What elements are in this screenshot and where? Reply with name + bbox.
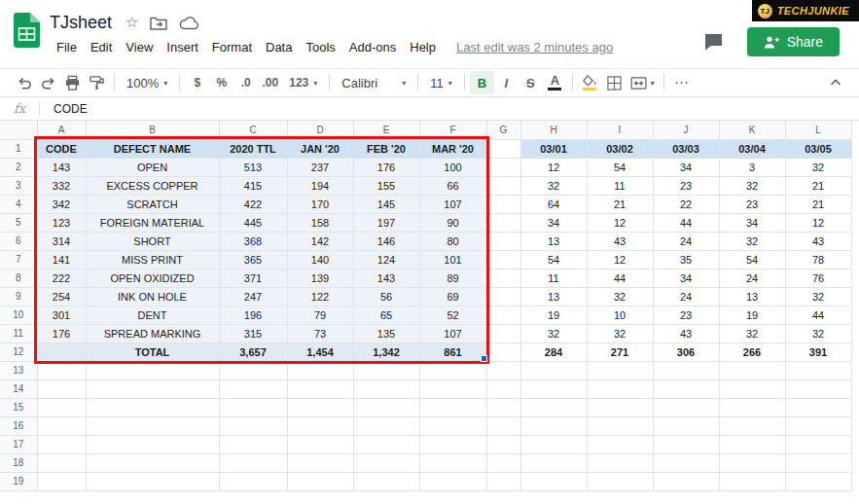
cell-L1[interactable]: 03/05	[785, 139, 851, 158]
column-header-A[interactable]: A	[37, 121, 86, 139]
decrease-decimal-button[interactable]: .0	[233, 71, 258, 94]
cell-D18[interactable]	[287, 453, 353, 472]
column-header-J[interactable]: J	[653, 121, 719, 139]
cell-I4[interactable]: 21	[587, 195, 653, 213]
column-header-F[interactable]: F	[419, 121, 486, 139]
cell-L13[interactable]	[785, 361, 851, 379]
cell-F3[interactable]: 66	[419, 176, 486, 195]
cell-K7[interactable]: 54	[719, 250, 785, 269]
cell-E19[interactable]	[353, 472, 419, 490]
cell-G7[interactable]	[486, 250, 520, 269]
column-header-H[interactable]: H	[520, 121, 587, 139]
select-all-corner[interactable]	[0, 121, 37, 139]
column-header-D[interactable]: D	[287, 121, 353, 139]
cell-E6[interactable]: 146	[353, 232, 419, 250]
cell-I6[interactable]: 43	[587, 232, 653, 250]
cell-D15[interactable]	[287, 398, 353, 416]
cell-H7[interactable]: 54	[520, 250, 587, 269]
collapse-toolbar-icon[interactable]	[823, 71, 847, 94]
cell-A5[interactable]: 123	[37, 213, 86, 232]
cell-H19[interactable]	[520, 472, 587, 490]
cell-I12[interactable]: 271	[587, 342, 653, 361]
redo-icon[interactable]	[36, 71, 60, 94]
comments-icon[interactable]	[703, 32, 724, 52]
column-header-E[interactable]: E	[353, 121, 419, 139]
column-header-I[interactable]: I	[587, 121, 653, 139]
cell-A7[interactable]: 141	[37, 250, 86, 269]
cell-L9[interactable]: 32	[785, 287, 851, 306]
cell-F16[interactable]	[419, 416, 486, 435]
cell-K13[interactable]	[719, 361, 785, 379]
menu-add-ons[interactable]: Add-ons	[342, 38, 403, 56]
cell-H1[interactable]: 03/01	[520, 139, 587, 158]
format-currency-button[interactable]: $	[185, 71, 209, 94]
cell-F13[interactable]	[419, 361, 486, 379]
cell-E8[interactable]: 143	[353, 269, 419, 287]
row-header-3[interactable]: 3	[0, 176, 37, 195]
cell-B16[interactable]	[86, 416, 219, 435]
cell-J10[interactable]: 23	[653, 306, 719, 324]
row-header-10[interactable]: 10	[0, 306, 37, 324]
cell-I7[interactable]: 12	[587, 250, 653, 269]
cell-J18[interactable]	[653, 453, 719, 472]
row-header-16[interactable]: 16	[0, 416, 37, 435]
cell-E5[interactable]: 197	[353, 213, 419, 232]
cell-F9[interactable]: 69	[419, 287, 486, 306]
font-size-dropdown[interactable]: 11 ▾	[423, 71, 459, 94]
cell-E14[interactable]	[353, 379, 419, 398]
cell-C12[interactable]: 3,657	[219, 342, 287, 361]
cell-D11[interactable]: 73	[287, 324, 353, 342]
cell-H8[interactable]: 11	[520, 269, 587, 287]
cell-K18[interactable]	[719, 453, 785, 472]
cell-C10[interactable]: 196	[219, 306, 287, 324]
cell-A19[interactable]	[37, 472, 86, 490]
cell-I11[interactable]: 32	[587, 324, 653, 342]
menu-tools[interactable]: Tools	[299, 38, 341, 56]
cell-I1[interactable]: 03/02	[587, 139, 653, 158]
cell-J7[interactable]: 35	[653, 250, 719, 269]
borders-button[interactable]	[602, 71, 626, 94]
cell-K10[interactable]: 19	[719, 306, 785, 324]
cell-B10[interactable]: DENT	[86, 306, 219, 324]
cell-H12[interactable]: 284	[520, 342, 587, 361]
cell-F8[interactable]: 89	[419, 269, 486, 287]
cell-L6[interactable]: 43	[785, 232, 851, 250]
column-header-G[interactable]: G	[486, 121, 520, 139]
cell-B1[interactable]: DEFECT NAME	[86, 139, 219, 158]
cell-F19[interactable]	[419, 472, 486, 490]
cell-F10[interactable]: 52	[419, 306, 486, 324]
text-color-button[interactable]: A	[543, 71, 567, 94]
cell-C17[interactable]	[219, 435, 287, 453]
cell-D12[interactable]: 1,454	[287, 342, 353, 361]
format-percent-button[interactable]: %	[209, 71, 233, 94]
cell-C5[interactable]: 445	[219, 213, 287, 232]
cell-A18[interactable]	[37, 453, 86, 472]
cell-G10[interactable]	[486, 306, 520, 324]
cell-H15[interactable]	[520, 398, 587, 416]
cell-L8[interactable]: 76	[785, 269, 851, 287]
row-header-19[interactable]: 19	[0, 472, 37, 490]
cell-C15[interactable]	[219, 398, 287, 416]
cell-C7[interactable]: 365	[219, 250, 287, 269]
cell-C8[interactable]: 371	[219, 269, 287, 287]
cell-C6[interactable]: 368	[219, 232, 287, 250]
menu-file[interactable]: File	[50, 38, 84, 56]
cell-A13[interactable]	[37, 361, 86, 379]
cell-D13[interactable]	[287, 361, 353, 379]
cell-F6[interactable]: 80	[419, 232, 486, 250]
cell-E7[interactable]: 124	[353, 250, 419, 269]
cell-L3[interactable]: 21	[785, 176, 851, 195]
move-to-folder-icon[interactable]	[150, 16, 167, 30]
cell-K4[interactable]: 23	[719, 195, 785, 213]
cell-H13[interactable]	[520, 361, 587, 379]
row-header-6[interactable]: 6	[0, 232, 37, 250]
cell-G16[interactable]	[486, 416, 520, 435]
cell-D1[interactable]: JAN '20	[287, 139, 353, 158]
cell-A6[interactable]: 314	[37, 232, 86, 250]
cell-D2[interactable]: 237	[287, 158, 353, 176]
cell-K17[interactable]	[719, 435, 785, 453]
cell-K19[interactable]	[719, 472, 785, 490]
cell-H11[interactable]: 32	[520, 324, 587, 342]
cell-H18[interactable]	[520, 453, 587, 472]
cell-I10[interactable]: 10	[587, 306, 653, 324]
